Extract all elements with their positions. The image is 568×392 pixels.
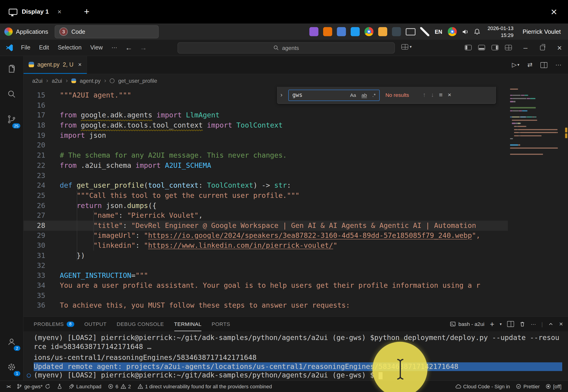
run-python-file-button[interactable]: ▷▾ <box>512 61 519 69</box>
minimap[interactable] <box>510 88 565 316</box>
breadcrumb-a2ui-2[interactable]: a2ui <box>52 78 62 84</box>
notifications-bell-icon[interactable] <box>473 28 480 35</box>
taskbar-window-code[interactable]: 3 Code <box>55 25 159 38</box>
layout-control[interactable]: ▾ <box>401 44 412 49</box>
whole-word-toggle[interactable]: ab <box>360 92 369 99</box>
launchpad-status[interactable]: Launchpad <box>66 381 104 392</box>
find-previous-icon[interactable]: ↑ <box>422 92 427 99</box>
tab-debug-console[interactable]: DEBUG CONSOLE <box>117 317 164 331</box>
explorer-icon[interactable] <box>0 56 23 82</box>
chrome-icon[interactable] <box>448 27 457 36</box>
regex-toggle[interactable]: .* <box>371 92 377 99</box>
line-number: 36 <box>24 301 56 311</box>
settings-gear-icon[interactable]: 1 <box>0 354 23 380</box>
tray-vscode-icon[interactable] <box>351 27 360 36</box>
time-label: 15:29 <box>487 32 513 38</box>
tab-agent-py[interactable]: agent.py 2, U × <box>24 56 87 74</box>
menu-view[interactable]: View <box>86 43 107 53</box>
display-tab-close-icon[interactable]: × <box>52 8 66 16</box>
sync-icon <box>45 384 50 389</box>
menu-selection[interactable]: Selection <box>53 43 86 53</box>
new-display-tab-button[interactable]: + <box>84 6 90 18</box>
tray-app-orange-icon[interactable] <box>323 27 332 36</box>
minimap-line <box>510 154 565 155</box>
nav-forward-icon[interactable]: → <box>136 44 151 52</box>
cloud-code-status[interactable]: Cloud Code - Sign in <box>452 381 513 392</box>
applications-label: Applications <box>16 28 48 35</box>
tab-terminal[interactable]: TERMINAL <box>174 317 202 331</box>
restore-button[interactable] <box>534 40 551 56</box>
user-name[interactable]: Pierrick Voulet <box>523 28 561 35</box>
display-tab[interactable]: Display 1 <box>0 0 52 24</box>
breadcrumb-agent-py[interactable]: agent.py <box>80 78 101 84</box>
search-view-icon[interactable] <box>0 81 23 107</box>
clock[interactable]: 2026-01-13 15:29 <box>487 25 513 38</box>
code-line: To achieve this, you MUST follow these s… <box>60 301 507 311</box>
menu-file[interactable]: File <box>17 43 35 53</box>
beaker-status[interactable] <box>54 381 65 392</box>
tray-files-icon[interactable] <box>378 27 387 36</box>
toggle-panel-icon[interactable] <box>478 45 485 50</box>
find-in-selection-icon[interactable]: ≡ <box>438 92 444 99</box>
prettier-label: Prettier <box>523 383 540 389</box>
open-changes-icon[interactable]: ⇄ <box>527 61 532 69</box>
code-editor[interactable]: 1516171819202122232425262728293031323334… <box>24 87 568 316</box>
code-line: """Call this tool to get the current use… <box>60 190 507 200</box>
customize-layout-icon[interactable] <box>505 45 512 50</box>
applications-menu[interactable]: Applications <box>4 28 48 36</box>
tray-app-purple-icon[interactable] <box>310 27 318 36</box>
close-button[interactable]: × <box>551 40 568 56</box>
volume-icon[interactable] <box>462 28 469 35</box>
source-control-icon[interactable]: 25 <box>0 107 23 132</box>
find-close-icon[interactable]: × <box>447 92 452 99</box>
more-actions-icon[interactable]: ··· <box>555 61 562 69</box>
menu-more-icon[interactable]: ··· <box>107 43 122 53</box>
breadcrumb-a2ui[interactable]: a2ui <box>32 78 42 84</box>
window-count-badge: 3 <box>60 28 68 36</box>
taskbar: Applications 3 Code EN 2026-01-13 15:29 … <box>0 24 568 40</box>
find-next-icon[interactable]: ↓ <box>430 92 435 99</box>
tray-screenshot-icon[interactable] <box>392 27 401 36</box>
toggle-secondary-sidebar-icon[interactable] <box>492 45 499 50</box>
prettier-status[interactable]: Prettier <box>513 381 543 392</box>
panel-more-icon[interactable]: ··· <box>531 321 536 327</box>
toggle-sidebar-icon[interactable] <box>465 45 472 50</box>
terminal-dropdown-icon[interactable]: ▾ <box>500 322 502 326</box>
toggle-replace-icon[interactable]: › <box>278 87 285 103</box>
tray-app-blue-icon[interactable] <box>337 27 346 36</box>
match-case-toggle[interactable]: Aa <box>349 92 357 99</box>
terminal-output[interactable]: (myenv) [LOAS2] pierrick@pierrick:~/git/… <box>24 334 568 380</box>
code-line: "title": "DevRel Engineer @ Google Works… <box>60 221 507 230</box>
breadcrumb-symbol[interactable]: get_user_profile <box>118 78 157 84</box>
find-input[interactable]: gws Aa ab .* <box>288 89 380 101</box>
tab-problems[interactable]: PROBLEMS 8 <box>34 317 74 331</box>
menu-edit[interactable]: Edit <box>35 43 53 53</box>
git-branch-status[interactable]: ge-gws* <box>14 381 53 392</box>
minimap-line <box>510 151 565 152</box>
vulnerability-status[interactable]: 1 direct vulnerability found for all the… <box>135 381 275 392</box>
screencast-status[interactable]: [off] <box>542 381 564 392</box>
split-editor-icon[interactable] <box>540 62 547 68</box>
play-icon: ▷ <box>512 61 517 69</box>
tray-pen-icon[interactable] <box>420 27 429 36</box>
maximize-panel-icon[interactable] <box>548 321 554 327</box>
tray-display-icon[interactable] <box>406 28 416 35</box>
terminal-instance[interactable]: bash - a2ui <box>450 321 484 327</box>
new-terminal-icon[interactable]: + <box>490 320 494 328</box>
split-terminal-icon[interactable] <box>507 321 514 327</box>
tab-ports[interactable]: PORTS <box>211 317 230 331</box>
kill-terminal-icon[interactable] <box>519 321 525 327</box>
editor-tabs: agent.py 2, U × ▷▾ ⇄ ··· <box>24 56 568 74</box>
minimize-button[interactable]: – <box>517 40 534 56</box>
tray-chrome-icon[interactable] <box>365 27 374 36</box>
accounts-icon[interactable]: 2 <box>0 329 23 355</box>
language-indicator[interactable]: EN <box>435 29 442 35</box>
command-center-search[interactable]: agents <box>178 42 395 54</box>
nav-back-icon[interactable]: ← <box>121 44 136 52</box>
tab-close-icon[interactable]: × <box>78 61 82 68</box>
problems-status[interactable]: 6 2 <box>105 381 134 392</box>
viewer-close-button[interactable]: × <box>551 6 557 18</box>
close-panel-icon[interactable]: × <box>559 320 563 328</box>
remote-indicator[interactable]: >< <box>4 381 13 392</box>
tab-output[interactable]: OUTPUT <box>84 317 106 331</box>
